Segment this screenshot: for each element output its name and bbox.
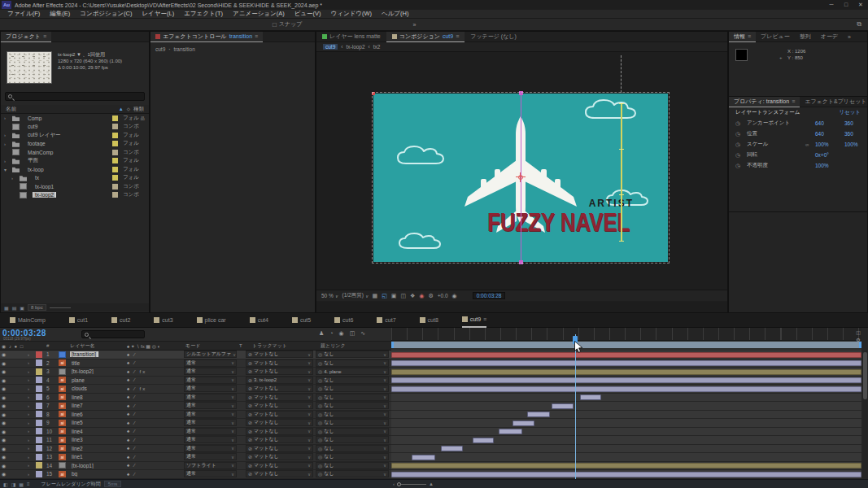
- blend-mode-dropdown[interactable]: 通常∨: [184, 368, 237, 375]
- property-value[interactable]: 100%: [815, 163, 844, 168]
- tab-audio[interactable]: オーデ: [816, 32, 843, 42]
- track-matte-dropdown[interactable]: ⊘マットなし∨: [246, 445, 313, 452]
- resolution-dropdown[interactable]: (1/2画質)∨: [342, 292, 369, 299]
- layer-switches[interactable]: ♠ ∕ fx: [124, 369, 184, 374]
- layer-twirl-icon[interactable]: ›: [28, 352, 36, 357]
- parent-link-dropdown[interactable]: ◎なし∨: [316, 453, 389, 460]
- time-ruler[interactable]: [391, 328, 861, 341]
- blend-mode-dropdown[interactable]: 通常∨: [184, 445, 237, 452]
- view-layout-icon[interactable]: ❖: [410, 293, 415, 299]
- layer-color-chip[interactable]: [36, 428, 42, 434]
- label-color-chip[interactable]: [112, 133, 118, 138]
- menu-h[interactable]: ヘルプ(H): [377, 10, 412, 18]
- parent-link-dropdown[interactable]: ◎なし∨: [316, 385, 389, 392]
- layer-name[interactable]: line1: [70, 454, 85, 460]
- property-value[interactable]: 360: [844, 131, 868, 137]
- eye-icon[interactable]: ◉: [0, 446, 28, 451]
- parent-link-dropdown[interactable]: ◎なし∨: [316, 394, 389, 401]
- layer-switches[interactable]: ♠ ∕: [124, 377, 184, 382]
- label-color-chip[interactable]: [112, 124, 118, 129]
- layer-track-row[interactable]: [391, 351, 861, 359]
- timeline-zoom-slider[interactable]: ‹▲: [393, 481, 434, 486]
- layer-row[interactable]: ◉ › 12 line2 ♠ ∕ 通常∨ ⊘マットなし∨ ◎なし∨: [0, 445, 391, 454]
- pick-whip-icon[interactable]: ◎: [318, 471, 322, 477]
- project-item-row[interactable]: ▾ tx-loop フォル: [1, 165, 149, 174]
- layer-color-chip[interactable]: [36, 368, 42, 375]
- layer-track-row[interactable]: [391, 394, 861, 403]
- project-item-row[interactable]: MainComp コンポ: [1, 148, 149, 157]
- parent-link-dropdown[interactable]: ◎なし∨: [316, 462, 389, 469]
- reset-link[interactable]: リセット: [839, 109, 861, 116]
- parent-link-dropdown[interactable]: ◎なし∨: [316, 428, 389, 435]
- interpret-footage-icon[interactable]: ▦: [4, 305, 9, 311]
- layer-track-row[interactable]: [391, 419, 861, 428]
- track-matte-dropdown[interactable]: ⊘マットなし∨: [246, 428, 313, 435]
- menu-v[interactable]: ビュー(V): [290, 10, 325, 18]
- layer-twirl-icon[interactable]: ›: [28, 455, 36, 460]
- layer-track-row[interactable]: [391, 470, 861, 479]
- layer-switches[interactable]: ♠ ∕: [124, 420, 184, 425]
- pick-whip-icon[interactable]: ◎: [318, 351, 322, 357]
- layer-row[interactable]: ◉ › 5 clouds ♠ ∕ fx 通常∨ ⊘マットなし∨ ◎なし∨: [0, 385, 391, 394]
- close-button[interactable]: ✕: [853, 2, 868, 8]
- track-matte-dropdown[interactable]: ⊘マットなし∨: [246, 394, 313, 401]
- layer-duration-bar[interactable]: [391, 463, 861, 468]
- track-matte-dropdown[interactable]: ⊘3. tx-loop2∨: [246, 377, 313, 384]
- menu-l[interactable]: レイヤー(L): [137, 10, 178, 18]
- selection-handle-bottom[interactable]: [519, 260, 523, 264]
- layer-track-row[interactable]: [391, 359, 861, 368]
- panel-overflow-button[interactable]: »: [843, 32, 856, 42]
- layer-twirl-icon[interactable]: ›: [28, 386, 36, 391]
- project-item-row[interactable]: tx-loop1 コンポ: [8, 182, 149, 191]
- project-item-row[interactable]: tx-loop2 コンポ: [8, 191, 149, 200]
- eye-icon[interactable]: ◉: [0, 429, 28, 434]
- panel-menu-icon[interactable]: ≡: [43, 33, 46, 39]
- exposure-icon[interactable]: ⚙: [428, 293, 433, 299]
- twirl-icon[interactable]: ▾: [4, 167, 12, 172]
- panel-menu-icon[interactable]: ≡: [456, 33, 459, 39]
- selection-handle-top[interactable]: [519, 91, 523, 95]
- snapshot-icon[interactable]: ◉: [452, 293, 457, 299]
- project-item-row[interactable]: › cut9 レイヤー フォル: [1, 131, 149, 140]
- stopwatch-icon[interactable]: ◷: [735, 120, 747, 127]
- tab-layer-viewer[interactable]: レイヤー lens matte: [316, 32, 386, 42]
- layer-row[interactable]: ◉ › 1 [transition] ♠ ∕ シルエットアルファ∨ ⊘マットなし…: [0, 351, 391, 359]
- layer-name[interactable]: [tx-loop2]: [70, 368, 95, 374]
- tab-project[interactable]: プロジェクト≡: [1, 32, 51, 42]
- layer-twirl-icon[interactable]: ›: [28, 360, 36, 365]
- selection-handle-corner[interactable]: [372, 92, 375, 95]
- twirl-icon[interactable]: ›: [11, 176, 20, 181]
- property-value[interactable]: 640: [815, 120, 844, 126]
- menu-c[interactable]: コンポジション(C): [76, 10, 136, 18]
- layer-name[interactable]: line6: [70, 412, 85, 417]
- new-comp-icon[interactable]: ▣: [20, 305, 24, 311]
- layer-switches[interactable]: ♠ ∕: [124, 429, 184, 434]
- layer-track-row[interactable]: [391, 402, 861, 411]
- transparency-grid-icon[interactable]: ◫: [400, 293, 406, 299]
- parent-link-dropdown[interactable]: ◎なし∨: [316, 419, 389, 426]
- project-column-headers[interactable]: 名前 ▲ ⬦ 種類: [1, 105, 149, 114]
- pick-whip-icon[interactable]: ◎: [318, 403, 322, 408]
- layer-name[interactable]: bg: [70, 471, 79, 477]
- layer-row[interactable]: ◉ › 2 title ♠ ∕ 通常∨ ⊘マットなし∨ ◎なし∨: [0, 359, 391, 368]
- composition-toggle-icon[interactable]: ◧: [3, 481, 8, 487]
- layer-switches[interactable]: ♠ ∕: [124, 438, 184, 442]
- stopwatch-icon[interactable]: ◷: [735, 142, 747, 148]
- menu-e[interactable]: 編集(E): [46, 10, 74, 18]
- parent-link-dropdown[interactable]: ◎なし∨: [316, 359, 389, 367]
- grid-guides-icon[interactable]: ▦: [373, 293, 378, 299]
- playhead[interactable]: [575, 334, 576, 479]
- project-item-row[interactable]: › Comp フォル 品: [1, 114, 149, 123]
- tab-info[interactable]: 情報≡: [729, 32, 756, 42]
- track-matte-dropdown[interactable]: ⊘マットなし∨: [246, 470, 313, 477]
- project-search-input[interactable]: [5, 92, 145, 101]
- mask-visibility-icon[interactable]: ◱: [382, 293, 387, 299]
- timeline-scrollbar[interactable]: [862, 351, 868, 470]
- layer-twirl-icon[interactable]: ›: [28, 369, 36, 374]
- pick-whip-icon[interactable]: ◎: [318, 386, 322, 391]
- draft-3d-icon[interactable]: ◔: [329, 330, 333, 337]
- parent-link-dropdown[interactable]: ◎なし∨: [316, 351, 389, 358]
- breadcrumb-current[interactable]: cut9: [323, 44, 338, 50]
- eye-icon[interactable]: ◉: [0, 368, 28, 374]
- layer-switches[interactable]: ♠ ∕: [124, 455, 184, 460]
